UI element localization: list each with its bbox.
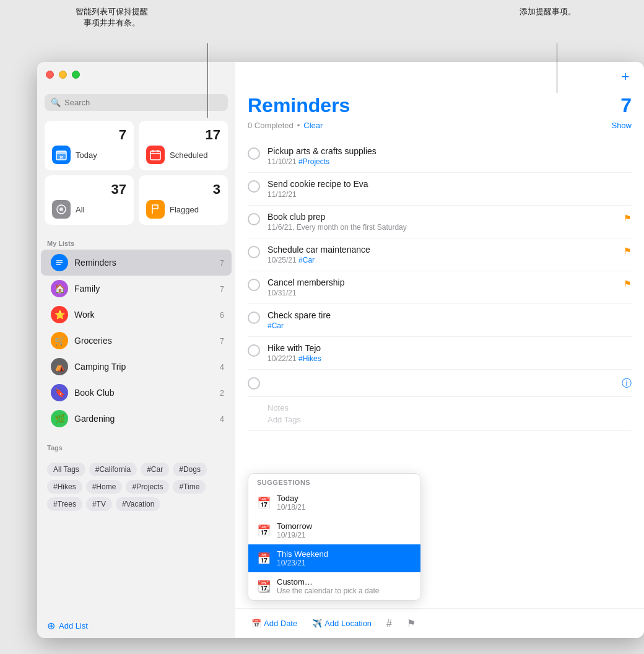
reminder-row-7[interactable]: Hike with Tejo 10/22/21 #Hikes	[248, 337, 632, 370]
reminder-row-2[interactable]: Send cookie recipe to Eva 11/12/21	[248, 173, 632, 206]
add-list-icon: ⊕	[47, 620, 55, 632]
today-label: Today	[76, 150, 97, 160]
suggestion-date-today: 10/18/21	[277, 503, 412, 512]
suggestion-custom[interactable]: 📆 Custom… Use the calendar to pick a dat…	[248, 572, 420, 600]
reminder-circle-2[interactable]	[248, 180, 260, 193]
suggestion-cal-icon-custom: 📆	[257, 580, 271, 593]
location-icon: ✈️	[312, 619, 322, 628]
svg-rect-4	[150, 151, 160, 160]
reminder-circle-7[interactable]	[248, 344, 260, 357]
maximize-button[interactable]	[72, 71, 80, 79]
today-count: 7	[119, 127, 126, 143]
reminder-circle-5[interactable]	[248, 279, 260, 291]
reminder-row-1[interactable]: Pickup arts & crafts supplies 11/10/21 #…	[248, 140, 632, 173]
tag-home[interactable]: #Home	[86, 480, 123, 494]
list-item-groceries[interactable]: 🛒 Groceries 7	[41, 328, 232, 354]
notes-area[interactable]: Notes Add Tags	[248, 397, 632, 431]
reminder-title-6: Check spare tire	[268, 310, 632, 320]
suggestion-text-weekend: This Weekend 10/23/21	[277, 549, 412, 567]
list-item-camping[interactable]: ⛺ Camping Trip 4	[41, 354, 232, 380]
reminder-row-6[interactable]: Check spare tire #Car	[248, 304, 632, 337]
list-count-gardening: 4	[220, 414, 224, 424]
reminder-row-3[interactable]: Book club prep 11/6/21, Every month on t…	[248, 206, 632, 238]
reminder-circle-3[interactable]	[248, 213, 260, 225]
suggestion-text-tomorrow: Tomorrow 10/19/21	[277, 521, 412, 539]
tag-projects[interactable]: #Projects	[126, 480, 169, 494]
tag-vacation[interactable]: #Vacation	[116, 497, 160, 511]
new-reminder-circle[interactable]	[248, 377, 260, 390]
add-reminder-button[interactable]: +	[617, 68, 634, 85]
minimize-button[interactable]	[59, 71, 67, 79]
list-count-bookclub: 2	[220, 388, 224, 398]
list-item-family[interactable]: 🏠 Family 7	[41, 276, 232, 302]
smart-card-flagged[interactable]: 3 Flagged	[139, 175, 228, 225]
all-label: All	[76, 205, 84, 214]
reminder-text-7: Hike with Tejo 10/22/21 #Hikes	[268, 343, 632, 363]
reminder-subtitle-5: 10/31/21	[268, 289, 624, 297]
tag-california[interactable]: #California	[89, 463, 137, 476]
reminder-title-3: Book club prep	[268, 212, 624, 222]
smart-lists-grid: 7 18 Today 17	[37, 121, 235, 235]
smart-card-today[interactable]: 7 18 Today	[45, 121, 134, 170]
list-item-work[interactable]: ⭐ Work 6	[41, 302, 232, 328]
reminder-text-1: Pickup arts & crafts supplies 11/10/21 #…	[268, 146, 632, 166]
close-button[interactable]	[46, 71, 54, 79]
new-reminder-row[interactable]: ⓘ	[248, 370, 632, 397]
reminder-tag-1[interactable]: #Projects	[298, 157, 329, 166]
bookclub-icon: 🔖	[51, 384, 68, 401]
app-window: 🔍 7 18 T	[37, 62, 644, 638]
reminder-tag-7[interactable]: #Hikes	[298, 354, 321, 363]
suggestion-tomorrow[interactable]: 📅 Tomorrow 10/19/21	[248, 517, 420, 544]
reminder-tag-4[interactable]: #Car	[298, 256, 315, 264]
smart-card-all[interactable]: 37 All	[45, 175, 134, 225]
reminder-circle-6[interactable]	[248, 312, 260, 324]
suggestion-date-custom: Use the calendar to pick a date	[277, 586, 412, 595]
tag-trees[interactable]: #Trees	[47, 497, 82, 511]
add-tag-button[interactable]: #	[383, 616, 396, 632]
add-location-button[interactable]: ✈️ Add Location	[308, 616, 375, 630]
my-lists-header: My Lists	[37, 235, 235, 250]
reminder-circle-4[interactable]	[248, 246, 260, 258]
suggestion-date-weekend: 10/23/21	[277, 559, 412, 567]
clear-button[interactable]: Clear	[303, 121, 323, 130]
add-date-button[interactable]: 📅 Add Date	[248, 616, 301, 630]
suggestion-this-weekend[interactable]: 📅 This Weekend 10/23/21	[248, 544, 420, 572]
search-bar[interactable]: 🔍	[45, 94, 228, 111]
tag-hikes[interactable]: #Hikes	[47, 480, 82, 494]
add-flag-button[interactable]: ⚑	[403, 615, 419, 632]
list-item-gardening[interactable]: 🌿 Gardening 4	[41, 406, 232, 432]
list-name-camping: Camping Trip	[74, 362, 214, 372]
list-name-family: Family	[74, 284, 214, 294]
main-content: + Reminders 7 0 Completed • Clear Show P…	[235, 62, 644, 638]
list-count-family: 7	[220, 284, 224, 294]
list-item-reminders[interactable]: Reminders 7	[41, 250, 232, 276]
tag-tv[interactable]: #TV	[86, 497, 112, 511]
search-icon: 🔍	[51, 98, 61, 107]
reminders-title: Reminders	[248, 94, 350, 117]
search-input[interactable]	[64, 98, 222, 107]
reminder-text-2: Send cookie recipe to Eva 11/12/21	[268, 179, 632, 199]
list-name-bookclub: Book Club	[74, 388, 214, 398]
titlebar	[37, 62, 644, 87]
flagged-icon	[146, 200, 165, 219]
reminder-circle-1[interactable]	[248, 147, 260, 160]
suggestion-label-custom: Custom…	[277, 577, 412, 586]
scheduled-label: Scheduled	[170, 150, 207, 160]
completed-bar: 0 Completed • Clear Show	[248, 121, 632, 130]
tag-all-tags[interactable]: All Tags	[47, 463, 85, 476]
list-item-bookclub[interactable]: 🔖 Book Club 2	[41, 380, 232, 406]
info-button[interactable]: ⓘ	[622, 377, 632, 390]
show-button[interactable]: Show	[611, 121, 632, 130]
reminder-row-5[interactable]: Cancel membership 10/31/21 ⚑	[248, 271, 632, 304]
reminder-tag-6[interactable]: #Car	[268, 321, 284, 330]
suggestion-today[interactable]: 📅 Today 10/18/21	[248, 489, 420, 517]
tag-car[interactable]: #Car	[141, 463, 169, 476]
all-count: 37	[111, 181, 126, 198]
tag-time[interactable]: #Time	[173, 480, 206, 494]
tag-dogs[interactable]: #Dogs	[173, 463, 207, 476]
reminder-text-3: Book club prep 11/6/21, Every month on t…	[268, 212, 624, 232]
smart-card-scheduled[interactable]: 17 Scheduled	[139, 121, 228, 170]
add-list-button[interactable]: ⊕ Add List	[37, 614, 235, 638]
list-count-groceries: 7	[220, 336, 224, 346]
reminder-row-4[interactable]: Schedule car maintenance 10/25/21 #Car ⚑	[248, 238, 632, 271]
